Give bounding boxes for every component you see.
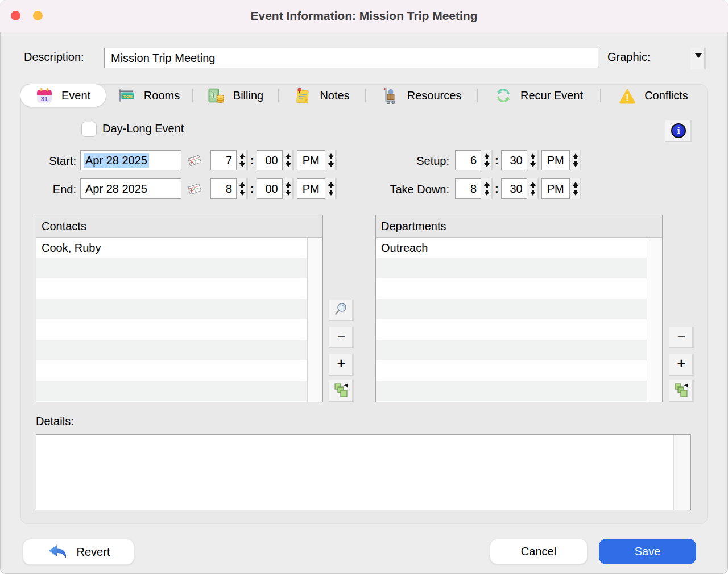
day-long-event-label: Day-Long Event [102, 122, 184, 135]
department-row[interactable] [376, 319, 647, 340]
department-row[interactable] [376, 299, 647, 319]
end-ampm-input[interactable]: PM [297, 178, 325, 199]
departments-add-group-button[interactable] [669, 380, 694, 401]
save-button[interactable]: Save [599, 539, 696, 564]
tab-rooms[interactable]: ROOMS Rooms [106, 84, 192, 107]
end-hour-stepper[interactable] [237, 178, 248, 199]
tab-billing[interactable]: Billing [193, 84, 278, 107]
take-down-minute-input[interactable]: 30 [501, 178, 527, 199]
contacts-add-button[interactable]: + [329, 354, 354, 375]
minimize-button[interactable] [33, 11, 43, 20]
details-scrollbar[interactable] [673, 435, 690, 510]
end-minute-stepper[interactable] [283, 178, 294, 199]
svg-text:!: ! [626, 93, 628, 103]
start-hour-stepper[interactable] [237, 150, 248, 170]
plus-icon: + [677, 355, 685, 372]
tab-recur-event[interactable]: Recur Event [478, 84, 600, 107]
setup-ampm-input[interactable]: PM [541, 150, 570, 170]
contact-row[interactable] [36, 360, 307, 381]
setup-hour-input[interactable]: 6 [455, 150, 481, 170]
tab-notes[interactable]: Notes [279, 84, 365, 107]
day-long-event-checkbox[interactable] [81, 122, 97, 137]
start-ampm-stepper[interactable] [325, 150, 337, 170]
traffic-lights [11, 11, 43, 20]
contacts-header: Contacts [36, 215, 322, 238]
details-label: Details: [36, 415, 74, 428]
contacts-remove-button[interactable]: – [329, 327, 354, 347]
departments-header: Departments [376, 215, 662, 238]
graphic-dropdown-button[interactable] [690, 48, 706, 69]
contacts-add-group-button[interactable] [329, 380, 354, 401]
setup-hour-stepper[interactable] [481, 150, 493, 170]
contact-row[interactable] [36, 299, 307, 319]
department-row[interactable]: Outreach [376, 238, 647, 258]
contact-row[interactable] [36, 278, 307, 299]
time-separator: : [493, 154, 501, 167]
info-button[interactable]: i [665, 120, 692, 141]
departments-add-button[interactable]: + [669, 354, 694, 375]
svg-text:31: 31 [41, 95, 48, 102]
description-label: Description: [24, 51, 84, 64]
window-title: Event Information: Mission Trip Meeting [250, 9, 477, 23]
tab-label: Billing [233, 89, 263, 102]
money-bill-coins-icon [208, 87, 225, 104]
contact-row[interactable] [36, 381, 307, 401]
contact-row[interactable] [36, 340, 307, 360]
plus-icon: + [337, 355, 345, 372]
start-ampm-input[interactable]: PM [297, 150, 325, 170]
group-squares-icon [673, 382, 689, 400]
departments-remove-button[interactable]: – [669, 327, 694, 347]
start-date-input[interactable]: Apr 28 2025 [80, 150, 181, 170]
close-button[interactable] [11, 11, 20, 20]
tab-event[interactable]: 31 Event [20, 84, 106, 107]
contacts-search-button[interactable] [329, 300, 354, 320]
departments-body: Outreach [376, 238, 662, 402]
details-textarea[interactable] [36, 434, 691, 510]
start-date-value: Apr 28 2025 [84, 153, 149, 168]
tab-resources[interactable]: Resources [366, 84, 477, 107]
end-hour-input[interactable]: 8 [210, 178, 237, 199]
calendar-31-icon: 31 [36, 87, 53, 104]
end-date-value: Apr 28 2025 [85, 182, 147, 196]
cancel-button[interactable]: Cancel [490, 539, 588, 564]
take-down-hour-input[interactable]: 8 [455, 178, 481, 199]
recur-arrows-icon [495, 87, 512, 104]
contact-row[interactable]: Cook, Ruby [36, 238, 307, 258]
contact-row[interactable] [36, 319, 307, 340]
departments-scrollbar[interactable] [647, 238, 662, 402]
revert-button[interactable]: Revert [23, 539, 134, 565]
take-down-ampm-stepper[interactable] [570, 178, 581, 199]
take-down-hour-stepper[interactable] [481, 178, 493, 199]
contact-row[interactable] [36, 258, 307, 278]
department-row[interactable] [376, 340, 647, 360]
start-minute-stepper[interactable] [283, 150, 294, 170]
start-hour-input[interactable]: 7 [210, 150, 237, 170]
end-minute-input[interactable]: 00 [257, 178, 283, 199]
take-down-minute-stepper[interactable] [527, 178, 539, 199]
department-row[interactable] [376, 360, 647, 381]
end-date-picker-icon[interactable] [185, 180, 204, 200]
minus-icon: – [338, 328, 345, 343]
event-information-window: Event Information: Mission Trip Meeting … [0, 0, 728, 574]
undo-arrow-icon [47, 544, 68, 560]
department-row[interactable] [376, 258, 647, 278]
rooms-sign-icon: ROOMS [118, 87, 135, 104]
end-date-input[interactable]: Apr 28 2025 [80, 178, 181, 199]
warning-triangle-icon: ! [619, 87, 636, 104]
tab-conflicts[interactable]: ! Conflicts [601, 84, 706, 107]
end-ampm-stepper[interactable] [325, 178, 337, 199]
description-value: Mission Trip Meeting [111, 52, 215, 65]
department-row[interactable] [376, 381, 647, 401]
department-row[interactable] [376, 278, 647, 299]
description-input[interactable]: Mission Trip Meeting [104, 48, 598, 68]
setup-minute-input[interactable]: 30 [501, 150, 527, 170]
take-down-ampm-input[interactable]: PM [541, 178, 570, 199]
info-icon: i [671, 123, 686, 138]
start-date-picker-icon[interactable] [185, 151, 204, 172]
setup-ampm-stepper[interactable] [570, 150, 581, 170]
time-separator: : [248, 154, 257, 167]
contacts-body: Cook, Ruby [36, 238, 322, 402]
setup-minute-stepper[interactable] [527, 150, 539, 170]
contacts-scrollbar[interactable] [307, 238, 322, 402]
start-minute-input[interactable]: 00 [257, 150, 283, 170]
